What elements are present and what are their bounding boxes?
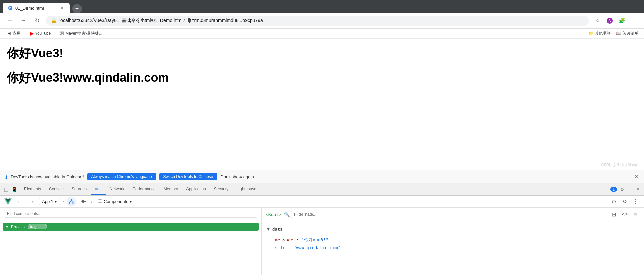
back-button[interactable]: ←: [5, 16, 15, 25]
settings-icon[interactable]: ⚙: [619, 186, 625, 193]
extensions-icon[interactable]: 🧩: [617, 16, 627, 25]
filter-state-input[interactable]: [291, 211, 358, 218]
apps-bookmark[interactable]: ⊞ 应用: [5, 30, 23, 37]
youtube-bookmark[interactable]: ▶ YouTube: [28, 30, 53, 37]
notification-close-icon[interactable]: ✕: [634, 173, 639, 180]
state-site-key: site: [275, 245, 285, 250]
vue-left-panel: ▼ Root › fragment: [0, 208, 262, 275]
state-data-key: data: [272, 227, 283, 232]
vue-toolbar: ← → App 1 ▾ › › Components ▾ ⊙: [0, 196, 644, 208]
svg-line-8: [71, 201, 73, 202]
toolbar-right: ☆ A 🧩 ⋮: [593, 16, 639, 25]
tab-elements[interactable]: Elements: [20, 184, 45, 195]
maven-bookmark[interactable]: 源 Maven搜索-最快捷...: [58, 30, 104, 37]
tab-application[interactable]: Application: [182, 184, 210, 195]
notification-text: DevTools is now available in Chinese!: [11, 174, 84, 179]
svg-rect-12: [85, 200, 85, 202]
profile-icon[interactable]: A: [605, 16, 614, 25]
open-in-editor-icon[interactable]: <>: [620, 210, 629, 219]
reading-list[interactable]: 📖 阅读清单: [616, 31, 639, 36]
more-icon[interactable]: ⋮: [629, 16, 639, 25]
refresh-button[interactable]: ↻: [32, 16, 42, 25]
filter-bar: 🔍: [284, 211, 358, 218]
close-devtools-icon[interactable]: ✕: [635, 186, 641, 193]
svg-text:A: A: [608, 19, 611, 23]
tab-console[interactable]: Console: [45, 184, 68, 195]
devtools-tabs-bar: ⬚ 📱 Elements Console Sources Vue Network…: [0, 183, 644, 196]
device-icon[interactable]: 📱: [11, 186, 17, 193]
devtools-notification-bar: ℹ DevTools is now available in Chinese! …: [0, 170, 644, 183]
vue-forward-button[interactable]: →: [27, 198, 36, 205]
state-colon-2: :: [288, 245, 293, 250]
state-arrow-icon[interactable]: ▼: [267, 227, 272, 232]
page-content: 你好Vue3! 你好Vue3!www.qindalin.com: [0, 39, 644, 93]
tab-close-icon[interactable]: ✕: [60, 5, 64, 11]
root-component-row[interactable]: ▼ Root › fragment: [3, 223, 259, 231]
root-tag-label: <Root>: [266, 212, 281, 217]
always-match-button[interactable]: Always match Chrome's language: [87, 173, 156, 180]
vue-component-tree: ▼ Root › fragment: [0, 220, 261, 275]
find-components-input[interactable]: [4, 210, 257, 218]
vue-panel-body: ▼ Root › fragment <Root> 🔍 ⊞: [0, 208, 644, 275]
breadcrumb-arrow2-icon: ›: [91, 199, 92, 204]
component-tag-fragment: fragment: [28, 224, 47, 229]
devtools-panel: ⬚ 📱 Elements Console Sources Vue Network…: [0, 183, 644, 275]
vue-right-toolbar: ⊞ <> ≡: [609, 210, 640, 219]
dont-show-button[interactable]: Don't show again: [220, 174, 254, 179]
svg-rect-10: [82, 200, 83, 203]
console-badge: 1: [610, 187, 617, 192]
more-state-icon[interactable]: ≡: [631, 210, 640, 219]
vue-state-panel: ▼ data message : "你好Vue3!" site : "www.q: [262, 221, 644, 256]
tab-title: 01_Demo.html: [15, 6, 44, 11]
state-data-items: message : "你好Vue3!" site : "www.qindalin…: [267, 236, 639, 252]
components-icon: [98, 199, 102, 204]
apps-grid-icon: ⊞: [7, 31, 11, 36]
svg-point-4: [71, 199, 72, 201]
browser-window: D 01_Demo.html ✕ + ← → ↻ 🔒 localhost:633…: [0, 0, 644, 275]
tab-lighthouse[interactable]: Lighthouse: [232, 184, 260, 195]
bookmark-star-icon[interactable]: ☆: [593, 16, 602, 25]
tab-vue[interactable]: Vue: [91, 184, 106, 195]
devtools-tab-icons: ⬚ 📱: [3, 186, 17, 193]
vue-more-icon[interactable]: ⋮: [631, 197, 640, 206]
bookmarks-bar: ⊞ 应用 ▶ YouTube 源 Maven搜索-最快捷... 📁 其他书签 📖…: [0, 29, 644, 39]
vue-app-selector[interactable]: App 1 ▾: [39, 198, 60, 205]
tab-sources[interactable]: Sources: [68, 184, 91, 195]
vue-back-button[interactable]: ←: [15, 198, 24, 205]
new-tab-button[interactable]: +: [72, 4, 82, 13]
forward-button[interactable]: →: [19, 16, 28, 25]
more-devtools-icon[interactable]: ⋮: [627, 186, 633, 193]
url-text: localhost:63342/Vue3/Day01_基础命令/html/01_…: [59, 18, 584, 24]
tab-favicon: D: [8, 6, 13, 10]
youtube-label: YouTube: [35, 31, 51, 36]
url-bar[interactable]: 🔒 localhost:63342/Vue3/Day01_基础命令/html/0…: [46, 16, 589, 26]
tab-security[interactable]: Security: [210, 184, 232, 195]
components-chevron-icon: ▾: [130, 199, 132, 204]
info-icon: ℹ: [5, 174, 7, 180]
devtools-tab-right: 1 ⚙ ⋮ ✕: [610, 186, 641, 193]
source-icon: 源: [60, 31, 64, 36]
component-name-root: Root: [11, 224, 21, 229]
vue-app-chevron-icon: ▾: [55, 199, 57, 204]
tab-performance[interactable]: Performance: [128, 184, 160, 195]
vue-components-button[interactable]: Components ▾: [95, 198, 135, 205]
other-bookmarks[interactable]: 📁 其他书签: [588, 31, 611, 36]
youtube-icon: ▶: [30, 31, 34, 36]
switch-devtools-button[interactable]: Switch DevTools to Chinese: [159, 173, 217, 180]
state-site-row: site : "www.qindalin.com": [275, 244, 639, 252]
apps-label: 应用: [13, 31, 21, 36]
page-heading-1: 你好Vue3!: [7, 45, 637, 62]
state-data-section: ▼ data: [267, 225, 639, 233]
tab-memory[interactable]: Memory: [160, 184, 182, 195]
scroll-into-view-icon[interactable]: ⊞: [609, 210, 619, 219]
state-message-key: message: [275, 237, 293, 242]
inspect-icon[interactable]: ⬚: [3, 186, 9, 193]
vue-timeline-icon[interactable]: [79, 197, 88, 206]
back-icon: ←: [7, 17, 13, 24]
vue-component-tree-icon[interactable]: [67, 197, 76, 206]
breadcrumb-separator: ›: [24, 224, 25, 229]
vue-inspect-icon[interactable]: ⊙: [609, 197, 619, 206]
vue-refresh-icon[interactable]: ↺: [620, 197, 629, 206]
tab-network[interactable]: Network: [106, 184, 128, 195]
active-tab[interactable]: D 01_Demo.html ✕: [3, 3, 70, 13]
